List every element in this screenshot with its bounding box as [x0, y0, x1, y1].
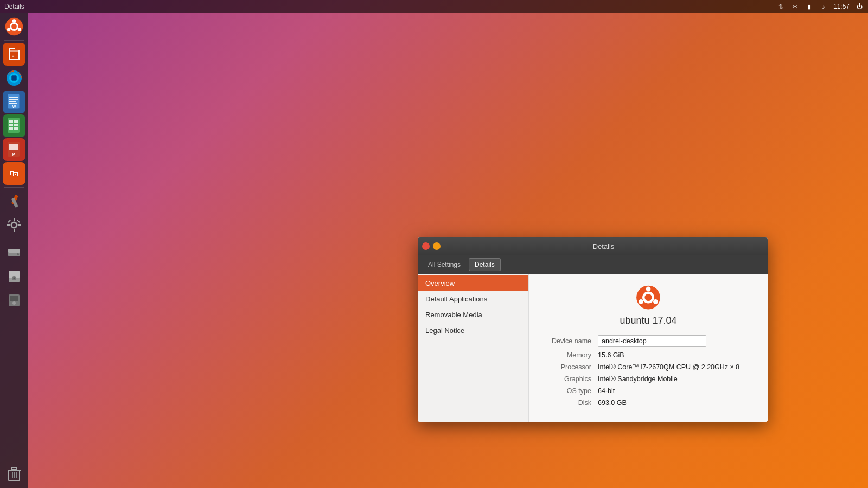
network-icon: ⇅ — [777, 2, 786, 11]
email-icon: ✉ — [791, 2, 800, 11]
svg-rect-55 — [8, 470, 21, 471]
graphics-label: Graphics — [540, 375, 591, 383]
launcher-item-tools[interactable] — [3, 190, 25, 213]
svg-rect-54 — [11, 467, 17, 470]
svg-rect-40 — [18, 224, 21, 226]
info-row-graphics: Graphics Intel® Sandybridge Mobile — [540, 375, 757, 383]
info-row-os-type: OS type 64-bit — [540, 387, 757, 395]
launcher-item-drive1[interactable] — [3, 241, 25, 264]
launcher-item-ubuntu[interactable] — [3, 15, 25, 38]
device-name-input[interactable] — [598, 335, 706, 347]
launcher: ≡ W — [0, 13, 28, 488]
svg-rect-8 — [18, 50, 20, 60]
svg-text:P: P — [12, 152, 15, 156]
info-table: Device name Memory 15.6 GiB Processor In… — [540, 335, 757, 411]
svg-rect-23 — [9, 120, 13, 123]
svg-rect-42 — [17, 220, 20, 223]
svg-rect-26 — [14, 124, 18, 126]
svg-rect-37 — [14, 218, 15, 221]
svg-point-62 — [653, 299, 658, 304]
ubuntu-logo — [629, 285, 668, 310]
nav-item-overview[interactable]: Overview — [418, 275, 528, 291]
dialog-toolbar: All Settings Details — [418, 255, 768, 274]
launcher-item-files[interactable]: ≡ — [3, 43, 25, 66]
svg-point-3 — [18, 28, 21, 31]
svg-point-2 — [12, 19, 16, 22]
memory-value: 15.6 GiB — [598, 351, 624, 359]
memory-label: Memory — [540, 351, 591, 359]
svg-rect-30 — [9, 144, 18, 150]
launcher-separator-2 — [4, 187, 24, 188]
os-type-value: 64-bit — [598, 387, 615, 395]
top-bar: Details ⇅ ✉ ▮ ♪ 11:57 ⏻ — [0, 0, 868, 13]
svg-rect-57 — [14, 472, 15, 478]
launcher-item-drive2[interactable] — [3, 265, 25, 288]
nav-item-removable-media[interactable]: Removable Media — [418, 307, 528, 323]
svg-text:W: W — [12, 105, 16, 108]
info-row-disk: Disk 693.0 GB — [540, 399, 757, 407]
svg-rect-38 — [14, 229, 15, 232]
window-title: Details — [4, 3, 777, 10]
svg-rect-6 — [9, 48, 10, 60]
dialog-titlebar: Details — [418, 237, 768, 255]
svg-rect-56 — [12, 472, 13, 478]
svg-point-52 — [12, 301, 16, 305]
os-type-label: OS type — [540, 387, 591, 395]
launcher-separator-1 — [4, 40, 24, 41]
nav-item-default-applications[interactable]: Default Applications — [418, 291, 528, 307]
details-button[interactable]: Details — [469, 258, 501, 271]
launcher-item-drive3[interactable] — [3, 289, 25, 312]
processor-label: Processor — [540, 363, 591, 371]
svg-rect-44 — [8, 249, 20, 253]
launcher-item-writer[interactable]: W — [3, 91, 25, 113]
minimize-button[interactable] — [433, 242, 441, 250]
svg-rect-39 — [7, 224, 10, 226]
os-name: ubuntu 17.04 — [620, 315, 676, 326]
svg-point-36 — [11, 222, 17, 228]
device-name-label: Device name — [540, 337, 591, 345]
svg-rect-20 — [9, 103, 17, 104]
svg-point-14 — [12, 76, 16, 80]
info-row-processor: Processor Intel® Core™ i7-2670QM CPU @ 2… — [540, 363, 757, 371]
svg-rect-51 — [10, 296, 18, 301]
graphics-value: Intel® Sandybridge Mobile — [598, 375, 678, 383]
launcher-separator-3 — [4, 239, 24, 239]
launcher-item-trash[interactable] — [3, 463, 25, 486]
svg-point-61 — [646, 287, 651, 292]
launcher-item-settings[interactable] — [3, 214, 25, 236]
svg-rect-17 — [9, 97, 18, 98]
svg-point-4 — [7, 28, 10, 31]
power-icon[interactable]: ⏻ — [855, 2, 864, 11]
all-settings-button[interactable]: All Settings — [422, 258, 467, 271]
close-button[interactable] — [422, 242, 430, 250]
svg-point-63 — [639, 299, 643, 304]
launcher-item-firefox[interactable] — [3, 67, 25, 89]
svg-point-45 — [17, 253, 19, 255]
svg-text:🛍: 🛍 — [10, 169, 18, 178]
svg-rect-19 — [9, 101, 16, 102]
svg-rect-24 — [14, 120, 18, 123]
dialog-content: ubuntu 17.04 Device name Memory 15.6 GiB… — [529, 274, 768, 422]
dialog-sidebar: Overview Default Applications Removable … — [418, 274, 529, 422]
volume-icon: ♪ — [819, 2, 828, 11]
launcher-item-impress[interactable]: P — [3, 138, 25, 161]
info-row-device-name: Device name — [540, 335, 757, 347]
nav-item-legal-notice[interactable]: Legal Notice — [418, 323, 528, 338]
svg-text:≡: ≡ — [12, 54, 15, 59]
clock: 11:57 — [833, 3, 850, 10]
svg-rect-18 — [9, 99, 18, 100]
disk-label: Disk — [540, 399, 591, 407]
svg-rect-7 — [9, 59, 20, 60]
svg-point-49 — [14, 278, 15, 279]
svg-rect-27 — [9, 127, 13, 130]
disk-value: 693.0 GB — [598, 399, 627, 407]
svg-rect-9 — [9, 50, 18, 52]
launcher-item-appstore[interactable]: 🛍 — [3, 162, 25, 185]
dialog-body: Overview Default Applications Removable … — [418, 274, 768, 422]
svg-rect-41 — [8, 220, 11, 223]
launcher-item-calc[interactable] — [3, 114, 25, 137]
svg-rect-25 — [9, 124, 13, 126]
info-row-memory: Memory 15.6 GiB — [540, 351, 757, 359]
details-dialog: Details All Settings Details Overview De… — [418, 237, 768, 422]
battery-icon: ▮ — [805, 2, 814, 11]
